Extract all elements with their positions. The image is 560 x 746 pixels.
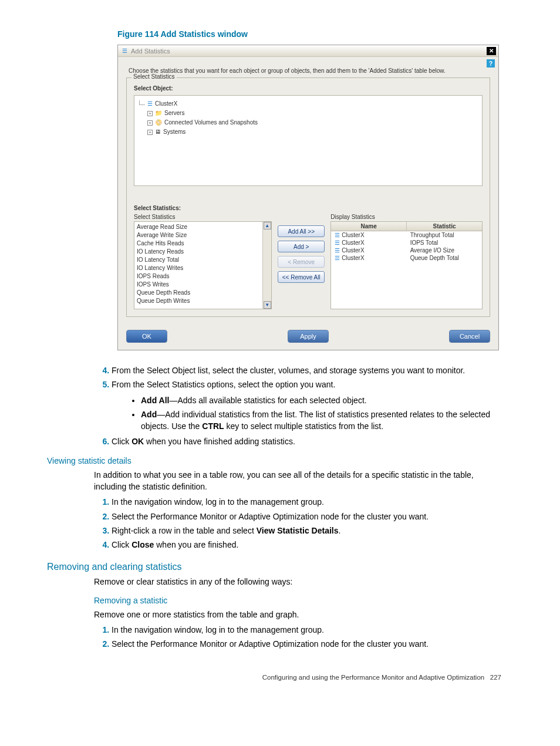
remove-all-button[interactable]: << Remove All <box>278 271 325 283</box>
viewing-intro: In addition to what you see in a table r… <box>94 469 507 493</box>
step-5a: Add All—Adds all available statistics fo… <box>141 394 507 406</box>
expand-icon[interactable]: + <box>147 120 153 126</box>
removing-step-1: In the navigation window, log in to the … <box>112 624 507 636</box>
viewing-step-1: In the navigation window, log in to the … <box>112 496 507 508</box>
help-icon[interactable]: ? <box>487 59 495 67</box>
cancel-button[interactable]: Cancel <box>449 330 490 343</box>
cluster-icon: ☰ <box>147 99 153 109</box>
object-tree[interactable]: ☰ ClusterX + 📁 Servers + 📀 Connected Vol… <box>134 95 483 186</box>
servers-icon: 📁 <box>155 109 162 118</box>
list-item[interactable]: IO Latency Total <box>137 256 261 264</box>
list-item[interactable]: IOPS Writes <box>137 281 261 289</box>
window-icon: ☰ <box>120 47 129 55</box>
list-item[interactable]: Queue Depth Writes <box>137 297 261 305</box>
scroll-up-icon[interactable]: ▲ <box>264 222 271 229</box>
step-5: From the Select Statistics options, sele… <box>112 379 507 432</box>
cluster-icon: ☰ <box>335 247 340 254</box>
cluster-icon: ☰ <box>335 255 340 261</box>
ok-button[interactable]: OK <box>126 330 167 343</box>
available-statistics-list[interactable]: Average Read Size Average Write Size Cac… <box>134 221 272 309</box>
figure-caption: Figure 114 Add Statistics window <box>47 29 513 39</box>
left-list-caption: Select Statistics <box>134 212 272 221</box>
tree-root[interactable]: ClusterX <box>155 99 177 109</box>
col-statistic[interactable]: Statistic <box>407 222 482 231</box>
titlebar: ☰ Add Statistics ✕ <box>118 45 498 57</box>
add-all-button[interactable]: Add All >> <box>278 225 325 237</box>
tree-item-systems[interactable]: Systems <box>163 127 185 137</box>
table-row[interactable]: ☰ClusterX Average I/O Size <box>331 247 482 254</box>
list-item[interactable]: Cache Hits Reads <box>137 239 261 248</box>
list-item[interactable]: Average Read Size <box>137 223 261 231</box>
viewing-step-3: Right-click a row in the table and selec… <box>112 525 507 536</box>
step-6: Click OK when you have finished adding s… <box>112 436 507 447</box>
step-4: From the Select Object list, select the … <box>112 364 507 376</box>
list-item[interactable]: IO Latency Reads <box>137 248 261 256</box>
col-name[interactable]: Name <box>331 222 407 231</box>
expand-icon[interactable]: + <box>147 111 153 116</box>
remove-button[interactable]: < Remove <box>278 256 325 268</box>
page-footer: Configuring and using the Performance Mo… <box>47 674 513 681</box>
apply-button[interactable]: Apply <box>288 330 329 343</box>
removing-intro: Remove or clear statistics in any of the… <box>94 576 507 588</box>
right-list-caption: Display Statistics <box>330 212 483 221</box>
table-row[interactable]: ☰ClusterX Queue Depth Total <box>331 254 482 262</box>
window-title: Add Statistics <box>131 48 487 55</box>
fieldset-legend: Select Statistics <box>131 73 177 80</box>
close-icon[interactable]: ✕ <box>487 47 496 55</box>
removing-sub-intro: Remove one or more statistics from the t… <box>94 609 507 620</box>
step-5b: Add—Add individual statistics from the l… <box>141 409 507 433</box>
list-item[interactable]: Queue Depth Reads <box>137 289 261 297</box>
scroll-down-icon[interactable]: ▼ <box>264 301 271 309</box>
list-item[interactable]: Average Write Size <box>137 231 261 239</box>
add-statistics-window: ☰ Add Statistics ✕ ? Choose the statisti… <box>117 45 499 350</box>
viewing-step-2: Select the Performance Monitor or Adapti… <box>112 511 507 522</box>
select-object-label: Select Object: <box>134 84 483 93</box>
heading-removing-statistic: Removing a statistic <box>94 596 507 605</box>
expand-icon[interactable]: + <box>147 130 153 135</box>
list-item[interactable]: IO Latency Writes <box>137 264 261 272</box>
systems-icon: 🖥 <box>155 127 161 137</box>
list-item[interactable]: IOPS Reads <box>137 272 261 281</box>
tree-item-volumes[interactable]: Connected Volumes and Snapshots <box>164 118 258 127</box>
scrollbar[interactable]: ▲ ▼ <box>262 222 271 309</box>
viewing-step-4: Click Close when you are finished. <box>112 539 507 551</box>
volumes-icon: 📀 <box>155 118 162 127</box>
table-row[interactable]: ☰ClusterX Throughput Total <box>331 231 482 239</box>
added-statistics-table[interactable]: Name Statistic ☰ClusterX Throughput Tota… <box>330 221 483 309</box>
heading-viewing: Viewing statistic details <box>47 456 507 465</box>
select-statistics-fieldset: Select Statistics Select Object: ☰ Clust… <box>126 77 490 317</box>
doc-body: From the Select Object list, select the … <box>47 364 513 650</box>
select-statistics-label: Select Statistics: <box>134 204 483 212</box>
tree-item-servers[interactable]: Servers <box>164 109 184 118</box>
add-button[interactable]: Add > <box>278 241 325 252</box>
heading-removing: Removing and clearing statistics <box>47 562 507 572</box>
table-row[interactable]: ☰ClusterX IOPS Total <box>331 239 482 247</box>
cluster-icon: ☰ <box>335 232 340 238</box>
removing-step-2: Select the Performance Monitor or Adapti… <box>112 638 507 650</box>
cluster-icon: ☰ <box>335 239 340 246</box>
